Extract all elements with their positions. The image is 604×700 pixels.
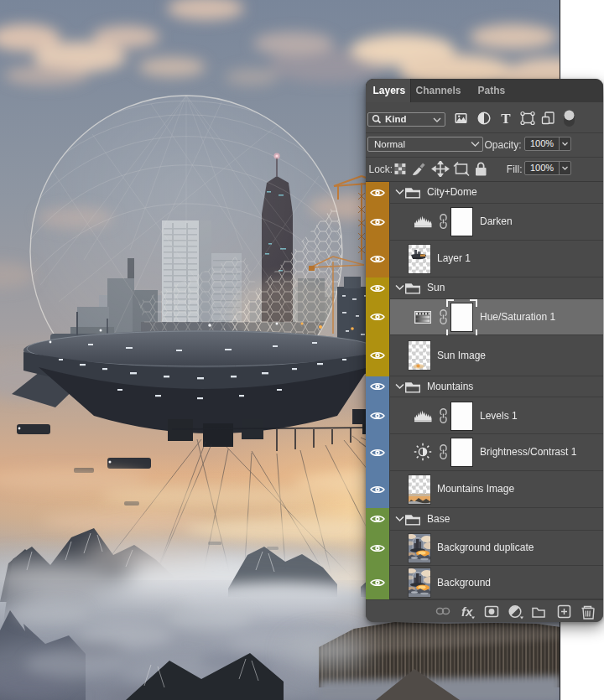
svg-text:Normal: Normal [374,139,405,149]
svg-text:T: T [501,111,511,127]
svg-text:Kind: Kind [385,114,407,124]
svg-text:fx: fx [461,604,473,619]
